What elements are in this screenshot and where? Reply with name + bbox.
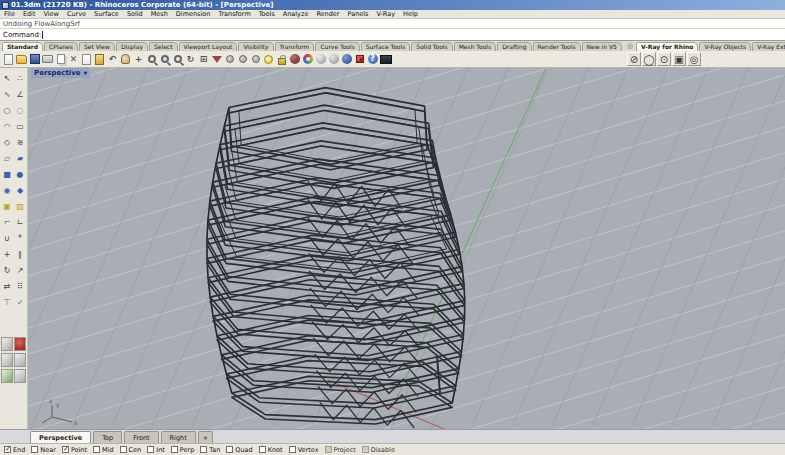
boolean-union-icon[interactable]: ▣ [1, 198, 14, 214]
perspective-viewport[interactable]: zyx Perspective▼ [28, 68, 785, 429]
osnap-toggle[interactable]: ✓ Mid [93, 446, 114, 454]
menu-item[interactable]: Edit [19, 10, 40, 19]
toolbar-tab[interactable]: CPlanes [44, 42, 78, 51]
viewport-tab[interactable]: Top [93, 431, 122, 443]
osnap-toggle[interactable]: ✓ Int [147, 446, 165, 454]
osnap-toggle[interactable]: ✓ Point [62, 446, 87, 454]
checkbox[interactable]: ✓ [147, 446, 154, 453]
toolbar-tab[interactable]: Surface Tools [361, 42, 411, 51]
ellipse-icon[interactable]: ◌ [14, 102, 27, 118]
toolbar-tab[interactable]: Transform [275, 42, 315, 51]
menu-item[interactable]: Curve [63, 10, 90, 19]
vray-options-icon[interactable]: ⊘ [627, 52, 641, 66]
checkbox[interactable]: ✓ [120, 446, 127, 453]
select-icon[interactable]: ↖ [1, 70, 14, 86]
viewport-tab[interactable]: Right [161, 431, 196, 443]
vray-tab[interactable]: V-Ray for Rhino [636, 42, 698, 51]
osnap-mode-button[interactable]: Project [325, 446, 356, 454]
menu-item[interactable]: Surface [90, 10, 123, 19]
polyline-icon[interactable]: ∠ [14, 86, 27, 102]
fillet-icon[interactable]: ⌐ [1, 214, 14, 230]
menu-item[interactable]: Panels [344, 10, 373, 19]
curve-icon[interactable]: ∿ [1, 86, 14, 102]
checkbox[interactable]: ✓ [171, 446, 178, 453]
move-icon[interactable]: + [1, 246, 14, 262]
osnap-toggle[interactable]: ✓ Cen [120, 446, 142, 454]
scale-icon[interactable]: ↗ [14, 262, 27, 278]
vray-help-icon[interactable]: ◎ [687, 52, 701, 66]
menu-item[interactable]: View [39, 10, 62, 19]
viewport-title[interactable]: Perspective▼ [31, 68, 90, 78]
pipe-icon[interactable]: ⊤ [1, 294, 14, 310]
menu-item[interactable]: Analyze [279, 10, 313, 19]
osnap-toggle[interactable]: ✓ End [4, 446, 25, 454]
vray-render-icon[interactable]: ⊙ [657, 52, 671, 66]
menu-item[interactable]: Solid [123, 10, 147, 19]
checkbox[interactable]: ✓ [289, 446, 296, 453]
point-icon[interactable]: ∴ [14, 70, 27, 86]
osnap-toggle[interactable]: ✓ Knot [259, 446, 283, 454]
toolbar-tab[interactable]: Render Tools [533, 42, 581, 51]
checkbox[interactable]: ✓ [4, 446, 11, 453]
menu-item[interactable]: Transform [214, 10, 254, 19]
menu-item[interactable]: Tools [255, 10, 279, 19]
arc-icon[interactable]: ◠ [1, 118, 14, 134]
sphere-icon[interactable]: ● [14, 166, 27, 182]
osnap-toggle[interactable]: ✓ Vertex [289, 446, 319, 454]
toolbar-tab[interactable]: Display [116, 42, 148, 51]
osnap-toggle[interactable]: ✓ Tan [200, 446, 220, 454]
explode-icon[interactable]: * [14, 230, 27, 246]
osnap-toggle[interactable]: ✓ Near [31, 446, 56, 454]
viewport-tab[interactable]: Front [124, 431, 158, 443]
menu-item[interactable]: V-Ray [372, 10, 399, 19]
menu-item[interactable]: Render [312, 10, 343, 19]
checkbox[interactable]: ✓ [200, 446, 207, 453]
vray-tab[interactable]: V-Ray Objects [699, 42, 751, 51]
copy-icon[interactable]: ∥ [14, 246, 27, 262]
checkbox[interactable]: ✓ [93, 446, 100, 453]
osnap-mode-button[interactable]: Disable [362, 446, 395, 454]
loft-icon[interactable]: ▰ [14, 150, 27, 166]
vray-frame-buffer-icon[interactable]: ▣ [672, 52, 686, 66]
dock-gear-icon[interactable]: ◎ [627, 42, 633, 51]
toolbar-tab[interactable]: Drafting [497, 42, 531, 51]
toolbar-tab[interactable]: Curve Tools [315, 42, 359, 51]
menu-item[interactable]: Dimension [172, 10, 215, 19]
checkbox[interactable]: ✓ [31, 446, 38, 453]
checkbox[interactable]: ✓ [62, 446, 69, 453]
mirror-icon[interactable]: ⇄ [1, 278, 14, 294]
toolbar-tab[interactable]: Solid Tools [411, 42, 452, 51]
polygon-icon[interactable]: ◇ [1, 134, 14, 150]
vray-material-editor-icon[interactable]: ◯ [642, 52, 656, 66]
box-icon[interactable]: ■ [1, 166, 14, 182]
checkbox[interactable]: ✓ [259, 446, 266, 453]
chamfer-icon[interactable]: ∟ [14, 214, 27, 230]
osnap-toggle[interactable]: ✓ Quad [226, 446, 252, 454]
menu-item[interactable]: Mesh [147, 10, 172, 19]
rotate-icon[interactable]: ↻ [1, 262, 14, 278]
analyze-icon[interactable]: ✓ [14, 294, 27, 310]
toolbar-tab[interactable]: Set View [79, 42, 115, 51]
extrude-icon[interactable]: ◆ [14, 182, 27, 198]
join-icon[interactable]: ∪ [1, 230, 14, 246]
circle-icon[interactable]: ○ [1, 102, 14, 118]
osnap-toggle[interactable]: ✓ Perp [171, 446, 195, 454]
checkbox[interactable]: ✓ [226, 446, 233, 453]
offset-curve-icon[interactable]: ≋ [14, 134, 27, 150]
toolbar-tab[interactable]: Mesh Tools [454, 42, 496, 51]
menu-item[interactable]: File [0, 10, 19, 19]
toolbar-tab[interactable]: Select [149, 42, 178, 51]
vray-tab[interactable]: V-Ray Extra [752, 42, 785, 51]
menu-item[interactable]: Help [399, 10, 422, 19]
boolean-difference-icon[interactable]: ▨ [14, 198, 27, 214]
command-input[interactable]: Command: [0, 29, 785, 41]
toolbar-tab[interactable]: Visibility [238, 42, 273, 51]
cylinder-icon[interactable]: ◉ [1, 182, 14, 198]
viewport-tab[interactable]: + [198, 431, 213, 443]
array-icon[interactable]: ⠿ [14, 278, 27, 294]
toolbar-tab[interactable]: New in V5 [582, 42, 622, 51]
rectangle-icon[interactable]: ▭ [14, 118, 27, 134]
viewport-tab[interactable]: Perspective [30, 431, 91, 443]
toolbar-tab[interactable]: Viewport Layout [179, 42, 238, 51]
surface-icon[interactable]: ▱ [1, 150, 14, 166]
